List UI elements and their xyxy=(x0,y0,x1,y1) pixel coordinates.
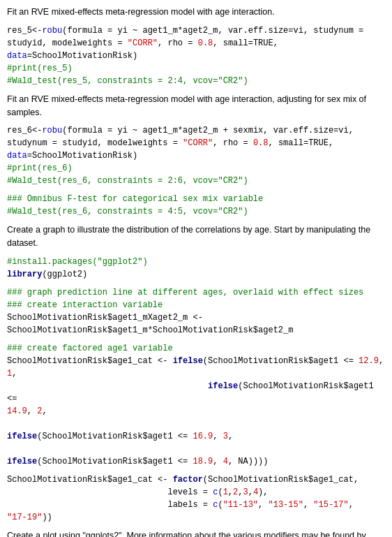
prose-3: Create a graph to illustrate the distrib… xyxy=(7,223,385,250)
code-block-age1-cat: ### create factored age1 variable School… xyxy=(7,342,385,468)
prose-1: Fit an RVE mixed-effects meta-regression… xyxy=(7,6,385,19)
code-block-res5: res_5<-robu(formula = yi ~ aget1_m*aget2… xyxy=(7,24,385,87)
prose-4: Create a plot using "ggplots2". More inf… xyxy=(7,529,385,537)
code-block-factor: SchoolMotivationRisk$age1_cat <- factor(… xyxy=(7,473,385,524)
page-content: Fit an RVE mixed-effects meta-regression… xyxy=(7,6,385,537)
code-block-install: #install.packages("ggplot2") library(ggp… xyxy=(7,256,385,281)
code-block-res6: res_6<-robu(formula = yi ~ aget1_m*aget2… xyxy=(7,124,385,187)
code-block-omnibus: ### Omnibus F-test for categorical sex m… xyxy=(7,193,385,218)
code-block-interaction: ### graph prediction line at different a… xyxy=(7,286,385,337)
prose-2: Fit an RVE mixed-effects meta-regression… xyxy=(7,93,385,119)
